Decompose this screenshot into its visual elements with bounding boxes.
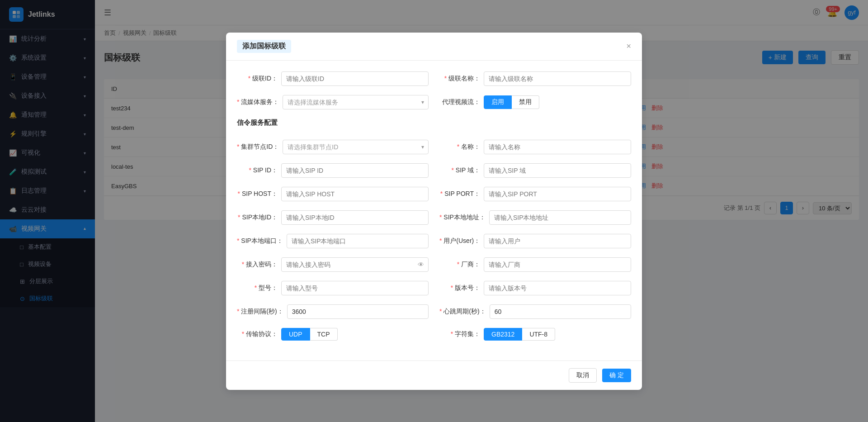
proxy-video-label: 代理视频流： [439,98,480,106]
transport-field: 传输协议： UDP TCP [237,328,429,341]
sip-local-id-label: SIP本地ID： [237,213,278,222]
manufacturer-input[interactable] [484,257,631,272]
section-title: 信令服务配置 [237,119,631,131]
reg-interval-field: 注册间隔(秒)： [237,304,429,319]
modal-title: 添加国标级联 [237,40,291,53]
form-row-10: 注册间隔(秒)： 心跳周期(秒)： [237,304,631,319]
heartbeat-field: 心跳周期(秒)： [439,304,631,319]
cluster-node-field: 集群节点ID： 请选择集群节点ID ▾ [237,140,429,154]
form-row-1: 级联ID： 级联名称： [237,71,631,86]
sip-host-label: SIP HOST： [237,190,278,198]
cascade-id-label: 级联ID： [237,75,278,83]
name-input[interactable] [484,140,631,154]
sip-local-addr-label: SIP本地地址： [439,213,486,222]
sip-domain-label: SIP 域： [439,166,480,175]
media-service-select[interactable]: 请选择流媒体服务 [283,95,429,109]
form-row-7: SIP本地端口： 用户(User)： [237,234,631,248]
form-row-9: 型号： 版本号： [237,281,631,295]
modal-footer: 取消 确 定 [226,360,642,390]
transport-label: 传输协议： [237,330,278,338]
modal-body: 级联ID： 级联名称： 流媒体服务： 请选择流媒体服务 ▾ [226,61,642,360]
eye-icon[interactable]: 👁 [418,261,424,268]
sip-id-field: SIP ID： [237,163,429,178]
sip-domain-field: SIP 域： [439,163,631,178]
password-label: 接入密码： [237,261,278,269]
sip-host-field: SIP HOST： [237,187,429,201]
user-label: 用户(User)： [439,237,480,245]
sip-local-addr-input[interactable] [489,210,631,225]
cascade-name-input[interactable] [484,71,631,86]
sip-port-label: SIP PORT： [439,190,480,198]
model-input[interactable] [281,281,429,295]
password-input[interactable] [281,257,429,272]
confirm-button[interactable]: 确 定 [602,369,631,382]
modal-header: 添加国标级联 × [226,33,642,61]
reg-interval-label: 注册间隔(秒)： [237,308,283,316]
password-wrap: 👁 [281,257,429,272]
transport-radio-group: UDP TCP [281,328,338,341]
name-field: 名称： [439,140,631,154]
user-input[interactable] [484,234,631,248]
sip-host-input[interactable] [281,187,429,201]
charset-label: 字符集： [439,330,480,338]
media-service-select-wrap: 请选择流媒体服务 ▾ [283,95,429,109]
sip-local-id-field: SIP本地ID： [237,210,429,225]
proxy-video-field: 代理视频流： 启用 禁用 [439,95,631,109]
form-row-3: 集群节点ID： 请选择集群节点ID ▾ 名称： [237,140,631,154]
version-input[interactable] [484,281,631,295]
cascade-name-field: 级联名称： [439,71,631,86]
charset-field: 字符集： GB2312 UTF-8 [439,328,631,341]
modal: 添加国标级联 × 级联ID： 级联名称： 流媒体服务： [226,33,642,390]
sip-port-input[interactable] [484,187,631,201]
manufacturer-label: 厂商： [439,261,480,269]
charset-radio-group: GB2312 UTF-8 [484,328,555,341]
cluster-node-select[interactable]: 请选择集群节点ID [283,140,429,154]
udp-button[interactable]: UDP [281,328,310,341]
form-row-2: 流媒体服务： 请选择流媒体服务 ▾ 代理视频流： 启用 禁用 [237,95,631,109]
modal-overlay: 添加国标级联 × 级联ID： 级联名称： 流媒体服务： [0,0,868,422]
proxy-enable-button[interactable]: 启用 [484,95,512,109]
form-row-5: SIP HOST： SIP PORT： [237,187,631,201]
proxy-video-radio-group: 启用 禁用 [484,95,539,109]
tcp-button[interactable]: TCP [310,328,338,341]
media-service-label: 流媒体服务： [237,98,279,106]
form-row-8: 接入密码： 👁 厂商： [237,257,631,272]
cascade-id-input[interactable] [281,71,429,86]
heartbeat-input[interactable] [490,304,631,319]
gb2312-button[interactable]: GB2312 [484,328,522,341]
form-row-11: 传输协议： UDP TCP 字符集： GB2312 UTF-8 [237,328,631,341]
model-field: 型号： [237,281,429,295]
cascade-id-field: 级联ID： [237,71,429,86]
sip-port-field: SIP PORT： [439,187,631,201]
manufacturer-field: 厂商： [439,257,631,272]
sip-local-port-input[interactable] [287,234,429,248]
password-field: 接入密码： 👁 [237,257,429,272]
utf8-button[interactable]: UTF-8 [522,328,555,341]
sip-id-input[interactable] [281,163,429,178]
name-label: 名称： [439,143,480,151]
sip-local-port-label: SIP本地端口： [237,237,283,245]
sip-local-id-input[interactable] [281,210,429,225]
media-service-field: 流媒体服务： 请选择流媒体服务 ▾ [237,95,429,109]
sip-domain-input[interactable] [484,163,631,178]
sip-local-port-field: SIP本地端口： [237,234,429,248]
heartbeat-label: 心跳周期(秒)： [439,308,486,316]
cascade-name-label: 级联名称： [439,75,480,83]
user-field: 用户(User)： [439,234,631,248]
form-row-4: SIP ID： SIP 域： [237,163,631,178]
version-field: 版本号： [439,281,631,295]
sip-local-addr-field: SIP本地地址： [439,210,631,225]
modal-close-button[interactable]: × [626,42,631,51]
sip-id-label: SIP ID： [237,166,278,175]
cancel-button[interactable]: 取消 [569,368,597,383]
form-row-6: SIP本地ID： SIP本地地址： [237,210,631,225]
version-label: 版本号： [439,284,480,292]
model-label: 型号： [237,284,278,292]
cluster-node-label: 集群节点ID： [237,143,279,151]
proxy-disable-button[interactable]: 禁用 [512,95,539,109]
cluster-node-select-wrap: 请选择集群节点ID ▾ [283,140,429,154]
reg-interval-input[interactable] [287,304,429,319]
